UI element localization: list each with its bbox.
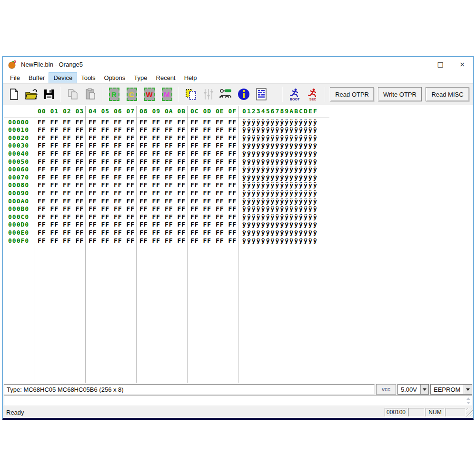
hex-byte-group[interactable]: FF FF FF FF	[190, 119, 241, 127]
hex-byte-group[interactable]: FF FF FF FF	[139, 189, 190, 198]
hex-ascii-cell[interactable]: ÿÿÿÿÿÿÿÿÿÿÿÿÿÿÿÿ	[242, 221, 318, 229]
maximize-button[interactable]: □	[429, 57, 451, 72]
hex-byte-group[interactable]: FF FF FF FF	[190, 229, 241, 237]
save-button[interactable]	[40, 86, 58, 103]
hex-ascii-cell[interactable]: ÿÿÿÿÿÿÿÿÿÿÿÿÿÿÿÿ	[242, 119, 318, 127]
hex-byte-group[interactable]: FF FF FF FF	[89, 142, 139, 150]
menu-item-options[interactable]: Options	[100, 73, 130, 83]
memory-select[interactable]: EEPROM	[430, 384, 472, 395]
hex-byte-group[interactable]: FF FF FF FF	[190, 158, 241, 166]
read-misc-button[interactable]: Read MISC	[426, 87, 469, 101]
hex-ascii-cell[interactable]: ÿÿÿÿÿÿÿÿÿÿÿÿÿÿÿÿ	[242, 166, 318, 174]
hex-ascii-cell[interactable]: ÿÿÿÿÿÿÿÿÿÿÿÿÿÿÿÿ	[242, 134, 318, 142]
memory-dropdown-button[interactable]	[464, 385, 472, 394]
hex-ascii-cell[interactable]: ÿÿÿÿÿÿÿÿÿÿÿÿÿÿÿÿ	[242, 150, 318, 158]
hex-byte-group[interactable]: FF FF FF FF	[89, 166, 139, 174]
hex-byte-group[interactable]: FF FF FF FF	[190, 221, 241, 229]
hex-byte-group[interactable]: FF FF FF FF	[38, 213, 89, 221]
close-button[interactable]: ×	[451, 57, 473, 72]
hex-byte-group[interactable]: FF FF FF FF	[38, 150, 89, 158]
hex-byte-group[interactable]: FF FF FF FF	[190, 237, 241, 245]
hex-ascii-cell[interactable]: ÿÿÿÿÿÿÿÿÿÿÿÿÿÿÿÿ	[242, 198, 318, 206]
hex-byte-group[interactable]: FF FF FF FF	[38, 134, 89, 142]
hex-byte-group[interactable]: FF FF FF FF	[38, 229, 89, 237]
hex-byte-group[interactable]: FF FF FF FF	[38, 142, 89, 150]
boot-mode-button[interactable]: BOOT	[286, 85, 304, 103]
write-chip-button[interactable]: W	[140, 86, 158, 103]
hex-byte-group[interactable]: FF FF FF FF	[89, 213, 139, 221]
hex-byte-group[interactable]: FF FF FF FF	[38, 198, 89, 206]
hex-byte-group[interactable]: FF FF FF FF	[38, 166, 89, 174]
resize-grip-icon[interactable]	[466, 408, 473, 416]
hex-byte-group[interactable]: FF FF FF FF	[190, 126, 241, 134]
hex-byte-group[interactable]: FF FF FF FF	[38, 174, 89, 182]
hex-byte-group[interactable]: FF FF FF FF	[190, 205, 241, 213]
hex-byte-group[interactable]: FF FF FF FF	[190, 198, 241, 206]
new-file-button[interactable]	[5, 86, 22, 103]
hex-byte-group[interactable]: FF FF FF FF	[190, 174, 241, 182]
hex-byte-group[interactable]: FF FF FF FF	[38, 181, 89, 189]
hex-byte-group[interactable]: FF FF FF FF	[139, 237, 190, 245]
hex-byte-group[interactable]: FF FF FF FF	[38, 126, 89, 134]
hex-byte-group[interactable]: FF FF FF FF	[139, 166, 190, 174]
hex-ascii-cell[interactable]: ÿÿÿÿÿÿÿÿÿÿÿÿÿÿÿÿ	[242, 126, 318, 134]
settings-tools-button[interactable]	[217, 86, 235, 103]
hex-byte-group[interactable]: FF FF FF FF	[139, 198, 190, 206]
log-scrollbar[interactable]	[465, 397, 471, 405]
hex-byte-group[interactable]: FF FF FF FF	[139, 119, 190, 127]
hex-byte-group[interactable]: FF FF FF FF	[89, 205, 139, 213]
modify-chip-button[interactable]: M	[158, 86, 176, 103]
minimize-button[interactable]: –	[407, 57, 429, 72]
voltage-dropdown-button[interactable]	[420, 385, 428, 394]
menu-item-file[interactable]: File	[6, 73, 24, 83]
hex-byte-group[interactable]: FF FF FF FF	[38, 158, 89, 166]
hex-byte-group[interactable]: FF FF FF FF	[38, 119, 89, 127]
hex-byte-group[interactable]: FF FF FF FF	[190, 181, 241, 189]
hex-editor[interactable]: 00 01 02 0304 05 06 0708 09 0A 0B0C 0D 0…	[3, 105, 473, 384]
hex-ascii-cell[interactable]: ÿÿÿÿÿÿÿÿÿÿÿÿÿÿÿÿ	[242, 189, 318, 198]
hex-byte-group[interactable]: FF FF FF FF	[38, 189, 89, 198]
hex-byte-group[interactable]: FF FF FF FF	[139, 142, 190, 150]
menu-item-tools[interactable]: Tools	[77, 73, 99, 83]
menu-item-help[interactable]: Help	[180, 73, 201, 83]
hex-ascii-cell[interactable]: ÿÿÿÿÿÿÿÿÿÿÿÿÿÿÿÿ	[242, 213, 318, 221]
hex-byte-group[interactable]: FF FF FF FF	[38, 205, 89, 213]
adjust-button[interactable]	[199, 86, 217, 103]
hex-byte-group[interactable]: FF FF FF FF	[190, 134, 241, 142]
hex-byte-group[interactable]: FF FF FF FF	[139, 134, 190, 142]
hex-ascii-cell[interactable]: ÿÿÿÿÿÿÿÿÿÿÿÿÿÿÿÿ	[242, 142, 318, 150]
hex-byte-group[interactable]: FF FF FF FF	[190, 142, 241, 150]
menu-item-recent[interactable]: Recent	[152, 73, 180, 83]
hex-byte-group[interactable]: FF FF FF FF	[38, 237, 89, 245]
hex-byte-group[interactable]: FF FF FF FF	[139, 174, 190, 182]
hex-byte-group[interactable]: FF FF FF FF	[190, 166, 241, 174]
compare-chip-button[interactable]: C	[123, 86, 140, 103]
copy-button[interactable]	[64, 86, 81, 103]
hex-byte-group[interactable]: FF FF FF FF	[89, 181, 139, 189]
scroll-down-icon[interactable]	[465, 401, 471, 405]
open-file-button[interactable]	[22, 86, 40, 103]
hex-byte-group[interactable]: FF FF FF FF	[139, 158, 190, 166]
hex-byte-group[interactable]: FF FF FF FF	[190, 213, 241, 221]
chip-buffer-button[interactable]	[182, 86, 199, 103]
checksum-button[interactable]	[252, 86, 270, 103]
hex-byte-group[interactable]: FF FF FF FF	[139, 213, 190, 221]
hex-byte-group[interactable]: FF FF FF FF	[139, 150, 190, 158]
hex-byte-group[interactable]: FF FF FF FF	[89, 119, 139, 127]
hex-byte-group[interactable]: FF FF FF FF	[89, 134, 139, 142]
hex-byte-group[interactable]: FF FF FF FF	[139, 205, 190, 213]
hex-ascii-cell[interactable]: ÿÿÿÿÿÿÿÿÿÿÿÿÿÿÿÿ	[242, 158, 318, 166]
hex-ascii-cell[interactable]: ÿÿÿÿÿÿÿÿÿÿÿÿÿÿÿÿ	[242, 237, 318, 245]
hex-byte-group[interactable]: FF FF FF FF	[89, 189, 139, 198]
hex-byte-group[interactable]: FF FF FF FF	[89, 174, 139, 182]
hex-byte-group[interactable]: FF FF FF FF	[139, 181, 190, 189]
menu-item-device[interactable]: Device	[49, 73, 77, 83]
hex-byte-group[interactable]: FF FF FF FF	[89, 237, 139, 245]
hex-byte-group[interactable]: FF FF FF FF	[190, 189, 241, 198]
hex-byte-group[interactable]: FF FF FF FF	[89, 221, 139, 229]
info-button[interactable]	[235, 86, 252, 103]
hex-byte-group[interactable]: FF FF FF FF	[89, 229, 139, 237]
menu-item-type[interactable]: Type	[129, 73, 151, 83]
hex-byte-group[interactable]: FF FF FF FF	[89, 198, 139, 206]
hex-ascii-cell[interactable]: ÿÿÿÿÿÿÿÿÿÿÿÿÿÿÿÿ	[242, 229, 318, 237]
